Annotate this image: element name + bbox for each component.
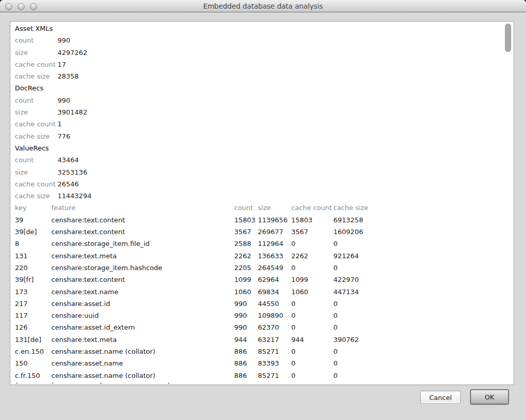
cell-cache-count: 15803 [291,214,333,226]
scrollbar-thumb[interactable] [505,24,511,52]
cell-count: 1099 [234,274,258,285]
table-header-row: keyfeaturecountsizecache countcache size [15,202,514,214]
table-row: 117censhare:uuid99010989000 [15,310,514,321]
summary-row: cache size776 [15,130,514,142]
summary-label: size [15,106,58,118]
table-row: 131[de]censhare:text.meta944632179443907… [15,334,514,346]
cell-key: 126 [15,321,51,333]
cell-size: 62370 [258,321,291,333]
cell-count: 944 [234,334,258,346]
summary-row: count990 [15,94,514,106]
summary-label: count [15,154,58,166]
cell-size: 269677 [258,226,291,238]
cell-key: 39[fr] [15,274,51,285]
cell-feature: censhare:text.meta [51,250,234,262]
summary-label: size [15,47,58,59]
cell-feature: censhare:text.content [51,226,234,238]
cell-count: 990 [234,298,258,310]
cell-key: 173 [15,286,51,298]
cell-cache-count: 1099 [291,274,333,285]
cell-cache-count: 3567 [291,226,333,238]
cancel-button[interactable]: Cancel [420,391,461,404]
summary-label: cache size [15,190,58,202]
summary-value: 43464 [58,154,79,166]
summary-row: cache count17 [15,59,514,70]
table-row: 39[fr]censhare:text.content1099629641099… [15,274,514,285]
cell-cache-size: 6913258 [333,214,514,226]
analysis-content: Asset XMLscount990size4297262cache count… [10,22,514,385]
section-title: DocRecs [15,82,514,94]
cell-count: 886 [234,357,258,369]
summary-value: 26546 [58,178,79,190]
cell-cache-count: 0 [291,370,333,381]
summary-value: 3901482 [58,106,87,118]
cell-count: 3567 [234,226,258,238]
cell-count: 15803 [234,214,258,226]
clipped-row [15,383,514,385]
column-header: feature [51,202,234,214]
summary-row: count990 [15,34,514,46]
cell-size: 63217 [258,334,291,346]
table-row: c.en.150censhare:asset.name (collator)88… [15,346,514,357]
cell-count: 2262 [234,250,258,262]
window: Embedded database data analysis Asset XM… [0,0,526,420]
cell-key: 220 [15,262,51,274]
cell-cache-count: 0 [291,238,333,250]
ok-button[interactable]: OK [470,389,509,405]
cell-feature: censhare:asset.name (collator) [51,370,234,381]
cell-key: 117 [15,310,51,321]
summary-value: 28358 [58,70,79,82]
table-row: 8censhare:storage_item.file_id2588112964… [15,238,514,250]
cell-key: 39 [15,214,51,226]
summary-label: count [15,94,58,106]
cell-count: 990 [234,321,258,333]
cell-count: 1060 [234,286,258,298]
summary-row: cache count1 [15,118,514,130]
table-row: c.fr.150censhare:asset.name (collator)88… [15,370,514,381]
scrollbar[interactable] [504,23,513,385]
summary-value: 990 [58,34,70,46]
cell-cache-size: 0 [333,310,514,321]
cell-feature: censhare:text.content [51,214,234,226]
column-header: size [258,202,291,214]
cell-feature: censhare:uuid [51,310,234,321]
cell-key: 39[de] [15,226,51,238]
cell-feature: censhare:asset.name [51,357,234,369]
cell-cache-size: 921264 [333,250,514,262]
cell-size: 136633 [258,250,291,262]
summary-row: cache size11443294 [15,190,514,202]
summary-value: 4297262 [58,47,87,59]
summary-value: 1 [58,118,62,130]
cell-cache-size: 390762 [333,334,514,346]
cell-feature: censhare:storage_item.file_id [51,238,234,250]
summary-label: cache size [15,130,58,142]
column-header: cache count [291,202,333,214]
cell-cache-count: 0 [291,346,333,357]
cell-cache-size: 422970 [333,274,514,285]
cell-count: 2588 [234,238,258,250]
cell-count: 990 [234,310,258,321]
analysis-scroll-area[interactable]: Asset XMLscount990size4297262cache count… [10,21,514,385]
summary-value: 990 [58,94,70,106]
summary-label: cache count [15,178,58,190]
cell-size: 62964 [258,274,291,285]
summary-label: cache count [15,59,58,70]
titlebar: Embedded database data analysis [0,0,526,12]
cell-feature: censhare:storage_item.hashcode [51,262,234,274]
section-title: ValueRecs [15,142,514,154]
summary-value: 3253136 [58,166,87,178]
summary-label: size [15,166,58,178]
summary-row: size3901482 [15,106,514,118]
summary-value: 11443294 [58,190,91,202]
cell-size: 85271 [258,370,291,381]
cell-key: c.en.150 [15,346,51,357]
cell-cache-count: 0 [291,321,333,333]
summary-label: cache count [15,118,58,130]
table-row: 220censhare:storage_item.hashcode2205264… [15,262,514,274]
summary-label: cache size [15,70,58,82]
table-row: 39censhare:text.content15803113965615803… [15,214,514,226]
cell-size: 1139656 [258,214,291,226]
cell-size: 264549 [258,262,291,274]
cell-key: 217 [15,298,51,310]
summary-row: size4297262 [15,47,514,59]
